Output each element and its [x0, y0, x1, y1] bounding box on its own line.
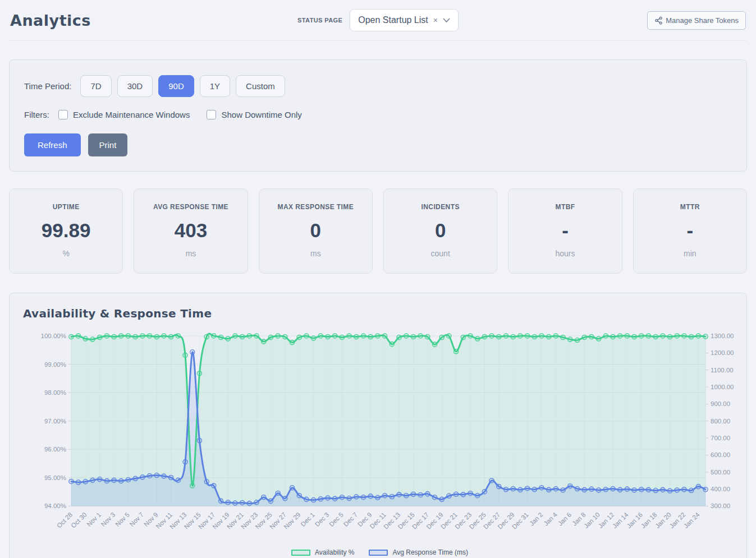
stat-value: 0 [387, 219, 493, 242]
stat-value: 403 [138, 219, 244, 242]
stat-card-mtbf: MTBF - hours [508, 188, 622, 274]
svg-text:800.00: 800.00 [711, 418, 730, 425]
brand-area: Analytics [10, 12, 297, 29]
svg-text:600.00: 600.00 [711, 451, 730, 458]
stat-value: - [512, 219, 618, 242]
stat-card-incidents: INCIDENTS 0 count [383, 188, 497, 274]
svg-text:1000.00: 1000.00 [711, 384, 734, 390]
stat-unit: ms [138, 249, 244, 258]
stat-card-avg-response-time: AVG RESPONSE TIME 403 ms [134, 188, 248, 274]
top-bar: Analytics STATUS PAGE Open Startup List … [9, 8, 747, 41]
svg-text:Oct 28: Oct 28 [56, 511, 74, 529]
stat-card-max-response-time: MAX RESPONSE TIME 0 ms [259, 188, 373, 274]
svg-text:Nov 7: Nov 7 [129, 511, 145, 528]
time-period-row: Time Period: 7D 30D 90D 1Y Custom [24, 75, 732, 97]
svg-text:98.00%: 98.00% [44, 389, 66, 396]
stat-value: - [637, 219, 743, 242]
stat-label: MTBF [512, 203, 618, 211]
topbar-actions: Manage Share Tokens [459, 11, 746, 30]
legend-swatch [369, 550, 388, 556]
filter-panel: Time Period: 7D 30D 90D 1Y Custom Filter… [9, 59, 747, 172]
exclude-maintenance-checkbox-item[interactable]: Exclude Maintenance Windows [58, 110, 190, 119]
refresh-button[interactable]: Refresh [24, 133, 81, 156]
stat-label: UPTIME [13, 203, 119, 211]
page-title: Analytics [10, 12, 91, 29]
svg-text:500.00: 500.00 [711, 469, 730, 476]
svg-text:Jan 6: Jan 6 [557, 511, 572, 527]
svg-text:400.00: 400.00 [711, 486, 730, 492]
stat-card-uptime: UPTIME 99.89 % [9, 188, 123, 274]
svg-text:1300.00: 1300.00 [711, 333, 734, 339]
svg-text:Dec 3: Dec 3 [314, 511, 331, 528]
svg-text:97.00%: 97.00% [44, 418, 66, 425]
svg-text:Dec 5: Dec 5 [328, 511, 345, 528]
svg-text:Nov 3: Nov 3 [100, 511, 117, 528]
svg-text:1200.00: 1200.00 [711, 349, 734, 356]
svg-text:96.00%: 96.00% [44, 446, 66, 453]
stat-value: 99.89 [13, 219, 119, 242]
svg-text:94.00%: 94.00% [44, 502, 66, 509]
svg-text:Dec 7: Dec 7 [342, 511, 359, 528]
chart-legend: Availability %Avg Response Time (ms) [23, 548, 736, 558]
svg-text:Jan 24: Jan 24 [682, 511, 701, 529]
svg-text:Nov 1: Nov 1 [85, 511, 102, 528]
svg-text:Jan 2: Jan 2 [528, 511, 544, 527]
stat-value: 0 [263, 219, 369, 242]
stat-unit: ms [263, 249, 369, 258]
svg-text:Oct 30: Oct 30 [70, 511, 88, 529]
availability-chart-card: Availability & Response Time 94.00%95.00… [9, 293, 747, 558]
filter-actions-row: Refresh Print [24, 133, 732, 156]
manage-share-tokens-button[interactable]: Manage Share Tokens [647, 11, 746, 30]
svg-text:700.00: 700.00 [711, 435, 730, 441]
stats-grid: UPTIME 99.89 % AVG RESPONSE TIME 403 ms … [9, 188, 747, 274]
chart-title: Availability & Response Time [23, 307, 736, 320]
stat-card-mttr: MTTR - min [633, 188, 747, 274]
legend-label: Avg Response Time (ms) [392, 548, 468, 556]
exclude-maintenance-label: Exclude Maintenance Windows [73, 110, 190, 119]
chevron-down-icon [443, 18, 450, 23]
status-page-select[interactable]: Open Startup List × [350, 9, 459, 31]
stat-label: MAX RESPONSE TIME [263, 203, 369, 211]
filters-row: Filters: Exclude Maintenance Windows Sho… [24, 110, 732, 119]
legend-item[interactable]: Avg Response Time (ms) [369, 548, 468, 556]
print-button[interactable]: Print [88, 133, 128, 156]
stat-label: MTTR [637, 203, 743, 211]
manage-share-tokens-label: Manage Share Tokens [666, 16, 739, 25]
share-icon [654, 16, 663, 25]
time-period-1y[interactable]: 1Y [200, 75, 230, 97]
svg-text:300.00: 300.00 [711, 502, 730, 509]
svg-text:99.00%: 99.00% [44, 361, 66, 368]
time-period-90d[interactable]: 90D [158, 75, 194, 97]
legend-item[interactable]: Availability % [291, 548, 354, 556]
show-downtime-label: Show Downtime Only [221, 110, 301, 119]
legend-swatch [291, 550, 310, 556]
stat-unit: count [387, 249, 493, 258]
time-period-30d[interactable]: 30D [117, 75, 153, 97]
availability-response-chart[interactable]: 94.00%95.00%96.00%97.00%98.00%99.00%100.… [23, 328, 736, 547]
stat-label: INCIDENTS [387, 203, 493, 211]
svg-text:Nov 5: Nov 5 [114, 511, 131, 528]
status-page-label: STATUS PAGE [297, 17, 342, 24]
filters-label: Filters: [24, 110, 49, 119]
stat-unit: % [13, 249, 119, 258]
time-period-7d[interactable]: 7D [80, 75, 111, 97]
time-period-custom[interactable]: Custom [236, 75, 285, 97]
stat-label: AVG RESPONSE TIME [138, 203, 244, 211]
svg-text:Jan 4: Jan 4 [542, 511, 558, 527]
exclude-maintenance-checkbox[interactable] [58, 110, 68, 119]
status-page-selector-group: STATUS PAGE Open Startup List × [297, 9, 459, 31]
stat-unit: hours [512, 249, 618, 258]
svg-text:100.00%: 100.00% [41, 333, 66, 339]
svg-text:Dec 1: Dec 1 [299, 511, 316, 528]
status-page-select-value: Open Startup List [358, 15, 428, 25]
clear-selection-icon[interactable]: × [433, 16, 438, 24]
chart-area: 94.00%95.00%96.00%97.00%98.00%99.00%100.… [23, 328, 736, 547]
show-downtime-checkbox-item[interactable]: Show Downtime Only [207, 110, 301, 119]
show-downtime-checkbox[interactable] [207, 110, 216, 119]
svg-text:900.00: 900.00 [711, 400, 730, 407]
svg-text:1100.00: 1100.00 [711, 367, 734, 373]
svg-text:95.00%: 95.00% [44, 474, 66, 481]
analytics-page: Analytics STATUS PAGE Open Startup List … [0, 0, 756, 558]
time-period-label: Time Period: [24, 81, 71, 91]
stat-unit: min [637, 249, 743, 258]
